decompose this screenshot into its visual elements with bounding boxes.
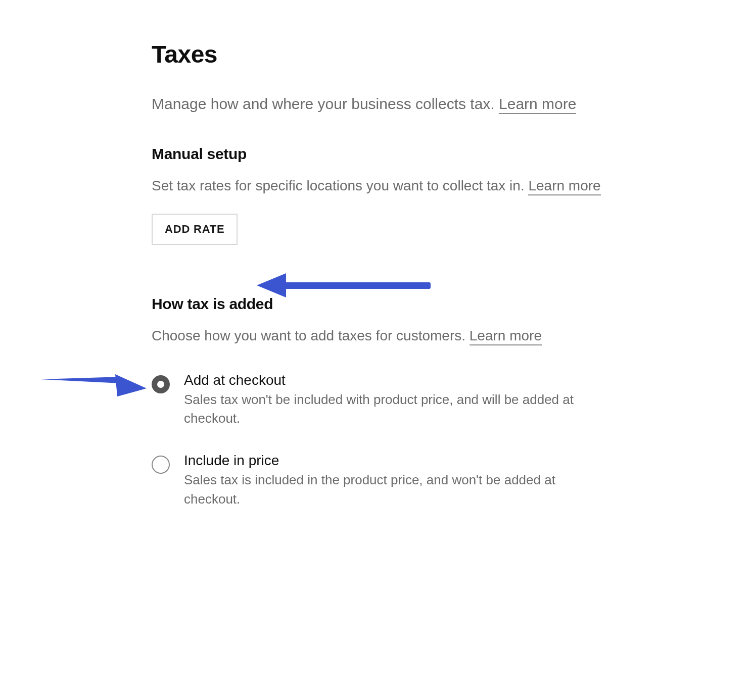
radio-desc: Sales tax is included in the product pri… (184, 471, 583, 509)
svg-marker-2 (40, 377, 121, 383)
radio-option-include-in-price[interactable]: Include in price Sales tax is included i… (152, 453, 606, 509)
radio-label: Add at checkout (184, 372, 583, 388)
how-tax-added-desc: Choose how you want to add taxes for cus… (152, 325, 601, 346)
arrow-annotation-icon (40, 372, 147, 401)
page-subtitle: Manage how and where your business colle… (152, 92, 601, 115)
taxes-settings-panel: Taxes Manage how and where your business… (152, 40, 606, 533)
radio-text: Include in price Sales tax is included i… (184, 453, 583, 509)
manual-setup-desc-text: Set tax rates for specific locations you… (152, 178, 528, 193)
radio-label: Include in price (184, 453, 583, 469)
how-tax-added-desc-text: Choose how you want to add taxes for cus… (152, 328, 470, 343)
how-tax-added-heading: How tax is added (152, 295, 606, 313)
radio-option-add-at-checkout[interactable]: Add at checkout Sales tax won't be inclu… (152, 372, 606, 428)
page-subtitle-text: Manage how and where your business colle… (152, 95, 499, 112)
tax-method-radio-group: Add at checkout Sales tax won't be inclu… (152, 372, 606, 509)
radio-button-icon (152, 375, 170, 393)
radio-text: Add at checkout Sales tax won't be inclu… (184, 372, 583, 428)
learn-more-link-howtax[interactable]: Learn more (470, 328, 542, 345)
radio-desc: Sales tax won't be included with product… (184, 390, 583, 428)
radio-button-icon (152, 456, 170, 474)
add-rate-button[interactable]: ADD RATE (152, 214, 238, 245)
manual-setup-desc: Set tax rates for specific locations you… (152, 175, 601, 196)
page-title: Taxes (152, 40, 606, 68)
learn-more-link-manual[interactable]: Learn more (528, 178, 600, 195)
svg-marker-3 (115, 374, 147, 396)
page-canvas: Taxes Manage how and where your business… (0, 0, 751, 700)
learn-more-link-taxes[interactable]: Learn more (499, 95, 576, 114)
manual-setup-heading: Manual setup (152, 145, 606, 163)
